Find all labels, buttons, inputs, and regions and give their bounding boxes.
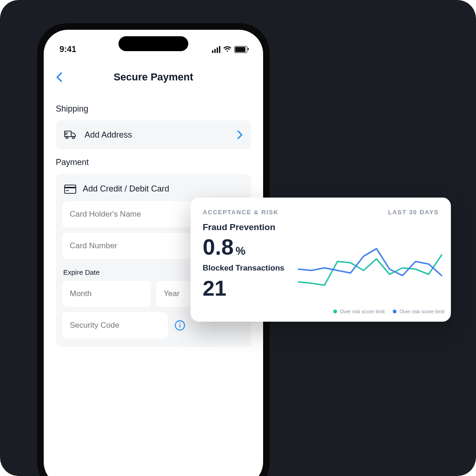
payment-section-label: Payment	[56, 158, 251, 167]
stage: 9:41 Secure Payment Shipping	[0, 0, 476, 476]
security-code-field[interactable]	[62, 312, 168, 338]
fraud-rate-value: 0.8%	[203, 234, 286, 260]
battery-icon	[234, 46, 247, 53]
svg-point-5	[179, 323, 180, 324]
wifi-icon	[223, 45, 231, 53]
shipping-section-label: Shipping	[56, 104, 251, 114]
credit-card-icon	[64, 185, 76, 194]
svg-rect-4	[179, 324, 180, 328]
overlay-header: ACCEPTANCE & RISK LAST 30 DAYS	[203, 209, 439, 216]
shipping-card: Add Address	[56, 120, 251, 149]
metric1-number: 0.8	[203, 234, 234, 260]
metric1-unit: %	[236, 245, 245, 258]
info-icon[interactable]	[174, 320, 185, 331]
page-title: Secure Payment	[113, 71, 193, 83]
add-address-label: Add Address	[85, 130, 230, 140]
blocked-transactions-value: 21	[203, 276, 286, 301]
overlay-category: ACCEPTANCE & RISK	[203, 209, 279, 216]
chart-legend: Over risk score limit Over risk score li…	[296, 309, 444, 314]
overlay-period: LAST 30 DAYS	[388, 209, 439, 216]
back-button[interactable]	[56, 72, 62, 82]
truck-icon	[64, 130, 77, 140]
expire-month-field[interactable]	[62, 281, 151, 307]
legend-item-1: Over risk score limit	[333, 309, 385, 314]
risk-chart: Over risk score limit Over risk score li…	[296, 234, 444, 313]
svg-rect-0	[65, 185, 76, 193]
legend-dot-1	[333, 310, 337, 313]
notch	[119, 36, 188, 51]
legend-item-2: Over risk score limit	[393, 309, 444, 314]
overlay-metrics: 0.8% Blocked Transactions 21	[203, 234, 286, 313]
svg-rect-2	[66, 190, 69, 191]
analytics-overlay-card: ACCEPTANCE & RISK LAST 30 DAYS Fraud Pre…	[191, 198, 451, 322]
chevron-right-icon	[237, 130, 243, 139]
nav-bar: Secure Payment	[44, 63, 263, 91]
add-card-label: Add Credit / Debit Card	[83, 184, 169, 194]
add-address-row[interactable]: Add Address	[56, 120, 251, 149]
status-time: 9:41	[60, 45, 76, 54]
legend-dot-2	[393, 310, 397, 313]
overlay-title: Fraud Prevention	[203, 222, 439, 232]
line-chart-svg	[296, 234, 444, 304]
blocked-transactions-label: Blocked Transactions	[203, 263, 286, 274]
svg-rect-1	[65, 187, 76, 188]
status-indicators	[212, 45, 247, 53]
cellular-icon	[212, 46, 220, 53]
